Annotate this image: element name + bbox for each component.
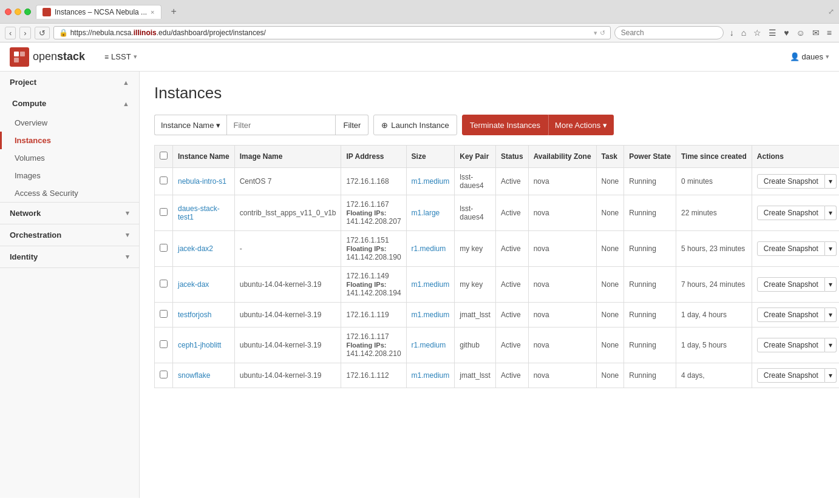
action-dropdown-button[interactable]: ▾ <box>825 241 837 256</box>
ip-floating: 141.142.208.194 <box>346 289 401 297</box>
action-dropdown-button[interactable]: ▾ <box>825 368 837 383</box>
create-snapshot-button[interactable]: Create Snapshot <box>757 174 825 189</box>
sidebar-item-access-security[interactable]: Access & Security <box>0 184 139 202</box>
size-link[interactable]: m1.medium <box>412 177 450 186</box>
forward-btn[interactable]: › <box>19 27 30 39</box>
row-size: m1.medium <box>406 168 455 195</box>
action-group: Create Snapshot ▾ <box>757 368 837 383</box>
download-icon[interactable]: ↓ <box>727 27 736 39</box>
url-dropdown-icon[interactable]: ▾ <box>594 29 597 37</box>
sidebar-project-header[interactable]: Project ▲ <box>0 72 139 93</box>
more-actions-button[interactable]: More Actions ▾ <box>548 115 614 135</box>
terminate-instances-button[interactable]: Terminate Instances <box>462 115 548 135</box>
instance-name-link[interactable]: daues-stack-test1 <box>178 204 220 221</box>
row-image-name: ubuntu-14.04-kernel-3.19 <box>234 363 341 388</box>
create-snapshot-button[interactable]: Create Snapshot <box>757 368 825 383</box>
create-snapshot-button[interactable]: Create Snapshot <box>757 206 825 220</box>
size-link[interactable]: m1.medium <box>412 371 450 380</box>
instance-name-link[interactable]: jacek-dax <box>178 280 209 289</box>
action-dropdown-button[interactable]: ▾ <box>825 277 837 292</box>
row-checkbox[interactable] <box>160 371 168 378</box>
create-snapshot-button[interactable]: Create Snapshot <box>757 307 825 322</box>
sidebar-compute-header[interactable]: Compute ▲ <box>0 93 139 114</box>
row-power-state: Running <box>624 168 676 195</box>
action-group: Create Snapshot ▾ <box>757 338 837 352</box>
project-label: LSST <box>111 52 131 61</box>
size-link[interactable]: r1.medium <box>412 341 446 349</box>
table-row: daues-stack-test1 contrib_lsst_apps_v11_… <box>155 195 840 231</box>
sidebar-network-header[interactable]: Network ▾ <box>0 203 139 224</box>
row-checkbox[interactable] <box>160 280 168 287</box>
create-snapshot-button[interactable]: Create Snapshot <box>757 277 825 292</box>
row-checkbox[interactable] <box>160 208 168 216</box>
create-snapshot-button[interactable]: Create Snapshot <box>757 338 825 352</box>
tab-close-btn[interactable]: × <box>151 8 154 16</box>
action-dropdown-button[interactable]: ▾ <box>825 174 837 189</box>
launch-icon: ⊕ <box>381 121 388 130</box>
row-time-since: 4 days, <box>676 363 752 388</box>
reload-btn[interactable]: ↺ <box>35 27 50 39</box>
instance-name-link[interactable]: ceph1-jhoblitt <box>178 341 221 349</box>
logo-text: openstack <box>33 50 85 63</box>
back-btn[interactable]: ‹ <box>5 27 16 39</box>
filter-input[interactable] <box>226 115 336 135</box>
browser-tab[interactable]: Instances – NCSA Nebula ... × <box>36 5 161 19</box>
ip-primary: 172.16.1.168 <box>346 177 389 186</box>
size-link[interactable]: r1.medium <box>412 244 446 253</box>
address-bar[interactable]: 🔒 https://nebula.ncsa.illinois.edu/dashb… <box>53 26 611 39</box>
create-snapshot-button[interactable]: Create Snapshot <box>757 241 825 256</box>
sidebar-orchestration-header[interactable]: Orchestration ▾ <box>0 224 139 246</box>
size-link[interactable]: m1.medium <box>412 311 450 319</box>
ip-floating: 141.142.208.210 <box>346 349 401 358</box>
row-checkbox[interactable] <box>160 340 168 348</box>
row-checkbox[interactable] <box>160 310 168 318</box>
sidebar-identity-label: Identity <box>10 252 38 261</box>
maximize-window-btn[interactable] <box>24 8 31 15</box>
size-link[interactable]: m1.medium <box>412 280 450 289</box>
home-icon[interactable]: ⌂ <box>739 27 749 39</box>
pocket-icon[interactable]: ♥ <box>781 27 791 39</box>
close-window-btn[interactable] <box>5 8 12 15</box>
social-icon[interactable]: ☺ <box>794 27 807 39</box>
sidebar-item-images[interactable]: Images <box>0 167 139 184</box>
row-status: Active <box>495 328 528 363</box>
size-link[interactable]: m1.large <box>412 209 440 217</box>
instance-name-link[interactable]: nebula-intro-s1 <box>178 177 226 186</box>
row-keypair: my key <box>455 231 496 267</box>
instance-name-link[interactable]: snowflake <box>178 371 210 380</box>
sidebar-section-network: Network ▾ <box>0 203 139 224</box>
action-dropdown-button[interactable]: ▾ <box>825 206 837 220</box>
instance-name-link[interactable]: jacek-dax2 <box>178 244 213 253</box>
row-time-since: 7 hours, 24 minutes <box>676 267 752 303</box>
sidebar-item-volumes[interactable]: Volumes <box>0 149 139 167</box>
history-icon[interactable]: ☰ <box>766 27 779 39</box>
action-dropdown-button[interactable]: ▾ <box>825 307 837 322</box>
sidebar-section-project: Project ▲ Compute ▲ Overview Instances V… <box>0 72 139 203</box>
instance-name-link[interactable]: testforjosh <box>178 311 211 319</box>
new-tab-btn[interactable]: + <box>166 4 182 19</box>
select-all-checkbox[interactable] <box>160 152 168 160</box>
project-selector[interactable]: ≡ LSST ▾ <box>100 50 142 64</box>
minimize-window-btn[interactable] <box>15 8 21 15</box>
browser-search-input[interactable] <box>614 26 724 39</box>
action-dropdown-button[interactable]: ▾ <box>825 338 837 352</box>
row-checkbox[interactable] <box>160 244 168 252</box>
url-refresh-icon[interactable]: ↺ <box>600 29 605 37</box>
user-menu[interactable]: 👤 daues ▾ <box>790 52 829 61</box>
row-checkbox-cell <box>155 303 173 328</box>
svg-rect-1 <box>20 52 25 56</box>
row-size: r1.medium <box>406 328 455 363</box>
row-checkbox[interactable] <box>160 176 168 184</box>
bookmark-icon[interactable]: ☆ <box>751 27 764 39</box>
filter-select[interactable]: Instance Name ▾ <box>154 115 226 135</box>
sidebar-identity-header[interactable]: Identity ▾ <box>0 246 139 267</box>
launch-instance-button[interactable]: ⊕ Launch Instance <box>373 115 457 135</box>
filter-button[interactable]: Filter <box>336 115 369 135</box>
sidebar-item-overview[interactable]: Overview <box>0 114 139 132</box>
menu-icon[interactable]: ≡ <box>824 27 834 39</box>
compute-collapse-icon: ▲ <box>123 100 129 107</box>
sidebar-item-instances[interactable]: Instances <box>0 132 139 149</box>
window-resize-btn[interactable]: ⤢ <box>828 7 834 16</box>
row-task: None <box>596 363 624 388</box>
mail-icon[interactable]: ✉ <box>810 27 822 39</box>
